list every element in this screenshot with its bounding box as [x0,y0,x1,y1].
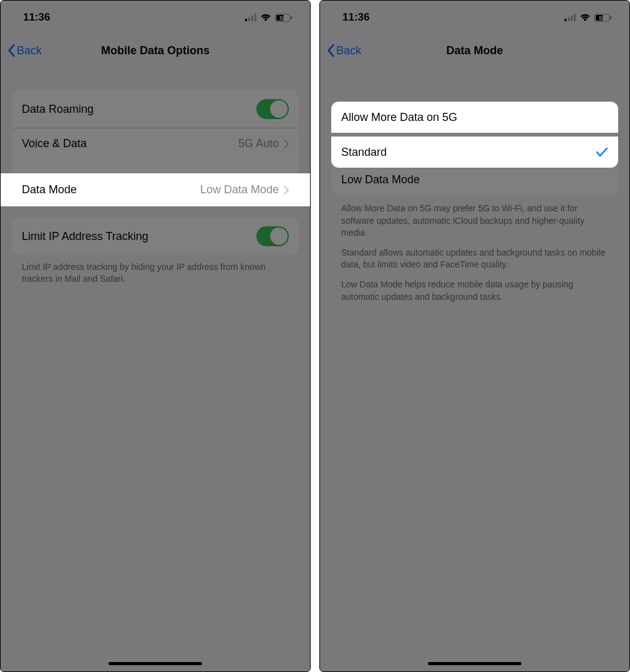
row-data-roaming[interactable]: Data Roaming [12,90,299,128]
svg-text:58: 58 [279,15,286,21]
footer-low-data: Low Data Mode helps reduce mobile data u… [331,271,618,303]
row-label: Voice & Data [22,137,87,150]
back-button[interactable]: Back [326,44,361,57]
footer-limit-ip: Limit IP address tracking by hiding your… [12,261,299,285]
check-icon [596,146,608,158]
cellular-icon [565,14,576,21]
battery-icon: 58 [275,14,293,22]
chevron-right-icon [284,186,289,194]
group-privacy: Limit IP Address Tracking [12,218,299,255]
footer-standard: Standard allows automatic updates and ba… [331,239,618,271]
row-standard[interactable]: Standard [331,137,618,168]
row-label: Low Data Mode [341,173,420,186]
row-label: Limit IP Address Tracking [22,230,148,243]
status-icons: 58 [245,14,293,22]
chevron-left-icon [7,44,16,57]
wifi-icon [579,14,591,21]
battery-icon: 58 [594,14,612,22]
row-label: Standard [341,146,387,159]
row-value: 5G Auto [238,137,279,150]
screen-data-mode: 11:36 58 Back Data Mode . . Low Data Mod… [319,0,630,672]
svg-rect-11 [571,16,573,21]
status-time: 11:36 [23,11,50,24]
row-label: Data Mode [22,183,77,196]
svg-text:58: 58 [599,15,605,21]
row-label: Allow More Data on 5G [341,111,457,124]
nav-bar: Back Data Mode [320,34,629,67]
svg-rect-4 [245,19,247,21]
svg-rect-2 [251,16,253,21]
svg-rect-12 [574,14,576,21]
chevron-left-icon [326,44,335,57]
svg-rect-10 [568,17,569,21]
chevron-right-icon [284,140,289,148]
toggle-limit-ip[interactable] [256,226,289,246]
nav-bar: Back Mobile Data Options [1,34,310,67]
back-button[interactable]: Back [7,44,42,57]
row-data-mode[interactable]: Data Mode Low Data Mode [1,173,310,206]
back-label: Back [336,44,361,57]
wifi-icon [260,14,271,21]
row-allow-more-5g[interactable]: Allow More Data on 5G [331,102,618,133]
status-time: 11:36 [342,11,369,24]
row-value: Low Data Mode [200,183,279,196]
nav-title: Mobile Data Options [1,44,310,57]
row-limit-ip-tracking[interactable]: Limit IP Address Tracking [12,218,299,255]
status-icons: 58 [565,14,612,22]
status-bar: 11:36 58 [320,1,629,34]
svg-rect-1 [248,17,250,21]
row-low-data-mode[interactable]: Low Data Mode [331,164,618,195]
svg-rect-3 [254,14,256,21]
row-voice-data[interactable]: Voice & Data 5G Auto [12,128,299,159]
footer-allow-more: Allow More Data on 5G may prefer 5G to W… [331,195,618,239]
status-bar: 11:36 58 [1,1,310,34]
cellular-icon [245,14,256,21]
svg-rect-16 [610,16,611,19]
home-indicator[interactable] [109,662,202,665]
toggle-data-roaming[interactable] [256,99,289,119]
row-label: Data Roaming [22,103,94,116]
home-indicator[interactable] [428,662,521,665]
svg-rect-13 [565,19,566,21]
nav-title: Data Mode [320,44,629,57]
back-label: Back [17,44,42,57]
svg-rect-7 [291,16,292,19]
screen-mobile-data-options: 11:36 58 Back Mobile Data Options Data R… [0,0,311,672]
